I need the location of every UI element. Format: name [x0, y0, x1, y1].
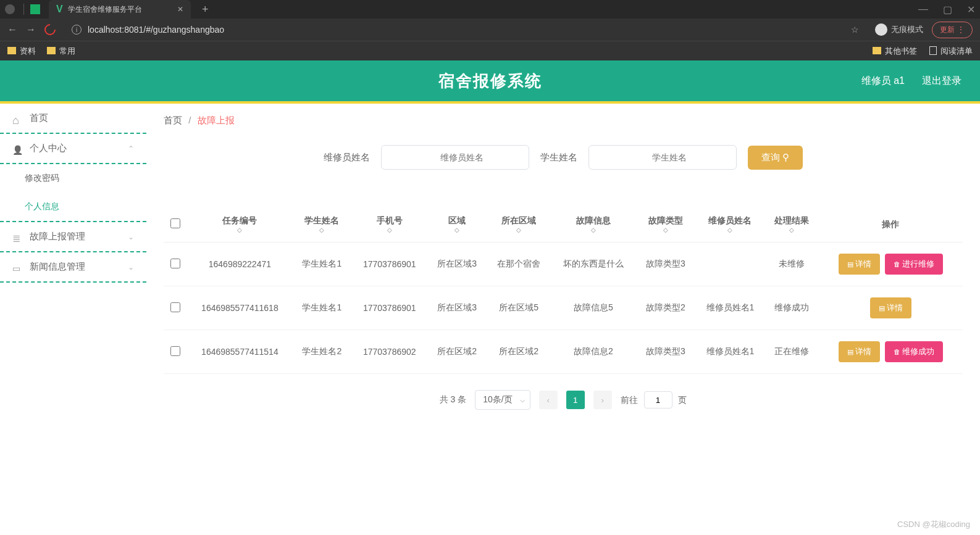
incognito-indicator: 无痕模式	[875, 23, 923, 36]
row-action-button[interactable]: 进行维修	[885, 254, 943, 275]
query-button[interactable]: 查询 ⚲	[748, 146, 803, 170]
browser-tab[interactable]: V 学生宿舍维修服务平台 ✕	[49, 0, 191, 19]
site-info-icon[interactable]: i	[72, 25, 82, 35]
forward-icon[interactable]: →	[26, 24, 36, 35]
prev-page-button[interactable]: ‹	[539, 391, 558, 409]
row-action-button[interactable]: 详情	[839, 341, 880, 362]
cell-actions: 详情进行维修	[819, 243, 963, 286]
sort-icon	[297, 226, 346, 233]
row-action-button[interactable]: 维修成功	[885, 341, 943, 362]
incognito-label: 无痕模式	[891, 24, 923, 35]
bookmark-star-icon[interactable]: ☆	[851, 25, 859, 35]
home-icon	[12, 114, 22, 123]
user-label[interactable]: 维修员 a1	[861, 75, 905, 88]
cell-task-no: 1646985577411514	[188, 330, 293, 374]
sidebar-sub-change-pwd[interactable]: 修改密码	[0, 164, 146, 193]
breadcrumb: 首页 / 故障上报	[164, 115, 963, 126]
cell-phone: 17703786901	[351, 243, 427, 286]
back-icon[interactable]: ←	[7, 24, 17, 35]
sidebar-item-news-mgmt[interactable]: 新闻信息管理 ⌄	[0, 252, 146, 283]
breadcrumb-sep: /	[188, 115, 191, 125]
bookmarks-bar: 资料 常用 其他书签 阅读清单	[0, 41, 980, 60]
sidebar-item-fault-mgmt[interactable]: 故障上报管理 ⌄	[0, 222, 146, 252]
browser-tab-bar: V 学生宿舍维修服务平台 ✕ + — ▢ ✕	[0, 0, 980, 19]
folder-icon	[7, 47, 16, 54]
incognito-icon	[875, 23, 887, 36]
row-action-button[interactable]: 详情	[839, 254, 880, 275]
list-icon	[12, 233, 22, 241]
cell-student: 学生姓名2	[292, 330, 351, 374]
logout-link[interactable]: 退出登录	[922, 75, 961, 88]
cell-area: 所在区域2	[487, 330, 551, 374]
th-fault-info[interactable]: 故障信息	[551, 207, 636, 243]
row-action-button[interactable]: 详情	[870, 297, 911, 318]
chevron-up-icon: ⌃	[128, 144, 134, 153]
cell-result: 正在维修	[765, 330, 819, 374]
cell-repairman: 维修员姓名1	[695, 330, 765, 374]
th-phone[interactable]: 手机号	[351, 207, 427, 243]
repairman-input[interactable]	[381, 145, 529, 170]
sort-icon	[193, 226, 288, 233]
cell-result: 维修成功	[765, 286, 819, 330]
select-all-checkbox[interactable]	[170, 218, 180, 228]
window-controls: — ▢ ✕	[918, 4, 975, 15]
folder-icon	[47, 47, 56, 54]
reading-list[interactable]: 阅读清单	[929, 46, 973, 57]
close-icon[interactable]: ✕	[177, 5, 183, 14]
total-count: 共 3 条	[440, 394, 467, 405]
breadcrumb-home[interactable]: 首页	[164, 115, 182, 125]
th-fault-type[interactable]: 故障类型	[636, 207, 695, 243]
cell-area: 在那个宿舍	[487, 243, 551, 286]
cell-area: 所在区域5	[487, 286, 551, 330]
page-jump-input[interactable]	[644, 391, 672, 409]
maximize-icon[interactable]: ▢	[943, 4, 952, 15]
cell-actions: 详情维修成功	[819, 330, 963, 374]
th-area[interactable]: 所在区域	[487, 207, 551, 243]
student-input[interactable]	[588, 145, 737, 170]
browser-nav-bar: ← → i localhost:8081/#/guzhangshangbao ☆…	[0, 19, 980, 41]
th-student[interactable]: 学生姓名	[292, 207, 351, 243]
cell-fault-info: 坏的东西是什么	[551, 243, 636, 286]
cell-actions: 详情	[819, 286, 963, 330]
page-1-button[interactable]: 1	[566, 391, 585, 409]
next-page-button[interactable]: ›	[593, 391, 612, 409]
cell-student: 学生姓名1	[292, 243, 351, 286]
news-icon	[12, 263, 22, 272]
sort-icon	[770, 226, 814, 233]
vue-favicon-icon: V	[56, 4, 63, 15]
reload-icon[interactable]	[42, 22, 57, 37]
bookmark-folder-1[interactable]: 资料	[7, 46, 36, 57]
url-bar[interactable]: i localhost:8081/#/guzhangshangbao ☆	[64, 22, 866, 37]
th-region[interactable]: 区域	[427, 207, 487, 243]
cell-region: 所在区域3	[427, 243, 487, 286]
sidebar-sub-profile[interactable]: 个人信息	[0, 193, 146, 222]
other-bookmarks[interactable]: 其他书签	[873, 46, 917, 57]
row-checkbox[interactable]	[170, 259, 180, 268]
sidebar-item-personal[interactable]: 个人中心 ⌃	[0, 134, 146, 164]
th-repairman[interactable]: 维修员姓名	[695, 207, 765, 243]
cell-phone: 17703786902	[351, 330, 427, 374]
bookmark-folder-2[interactable]: 常用	[47, 46, 75, 57]
th-result[interactable]: 处理结果	[765, 207, 819, 243]
chevron-down-icon: ⌄	[128, 263, 134, 272]
cell-phone: 17703786901	[351, 286, 427, 330]
menu-dots-icon[interactable]: ⋮	[957, 25, 965, 34]
update-button[interactable]: 更新 ⋮	[932, 22, 973, 38]
sort-icon	[432, 226, 482, 233]
cell-fault-type: 故障类型3	[636, 330, 695, 374]
fault-table: 任务编号 学生姓名 手机号 区域 所在区域 故障信息 故障类型 维修员姓名 处理…	[164, 207, 963, 374]
sidebar-item-home[interactable]: 首页	[0, 104, 146, 134]
breadcrumb-current: 故障上报	[198, 115, 235, 125]
minimize-icon[interactable]: —	[918, 4, 928, 15]
page-size-select[interactable]: 10条/页	[475, 390, 530, 410]
th-task-no[interactable]: 任务编号	[188, 207, 293, 243]
sidebar: 首页 个人中心 ⌃ 修改密码 个人信息 故障上报管理 ⌄ 新闻信息管理 ⌄	[0, 104, 146, 533]
table-row: 1646985577411618 学生姓名1 17703786901 所在区域3…	[164, 286, 963, 330]
close-window-icon[interactable]: ✕	[967, 4, 975, 15]
row-checkbox[interactable]	[170, 302, 180, 312]
tab-title: 学生宿舍维修服务平台	[68, 4, 142, 15]
tab-separator	[23, 4, 24, 15]
row-checkbox[interactable]	[170, 346, 180, 356]
new-tab-icon[interactable]: +	[202, 3, 209, 16]
cell-repairman: 维修员姓名1	[695, 286, 765, 330]
